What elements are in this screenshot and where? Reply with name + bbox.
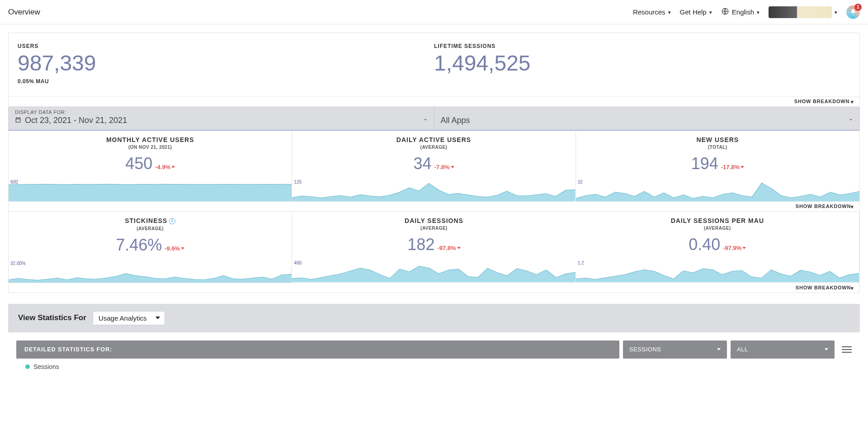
kpi-breakdown-row[interactable]: SHOW BREAKDOWN▾ — [9, 202, 859, 212]
kpi-value: 7.46% — [116, 236, 162, 255]
kpi-title: DAILY SESSIONS PER MAU — [580, 217, 855, 224]
caret-down-icon — [451, 166, 454, 168]
kpi-subtitle: (AVERAGE) — [296, 145, 571, 150]
date-range-picker[interactable]: DISPLAY DATA FOR: Oct 23, 2021 - Nov 21,… — [9, 107, 434, 130]
kpi-sparkline: 32 — [576, 179, 859, 201]
kpi-delta: -97.8% — [437, 245, 460, 251]
chevron-down-icon: ▾ — [851, 204, 854, 209]
chevron-down-icon: ⌄ — [423, 115, 428, 122]
kpi-ymax-label: 120 — [294, 180, 302, 184]
legend-dot-icon — [25, 364, 30, 369]
kpi-grid: MONTHLY ACTIVE USERS (ON NOV 21, 2021) 4… — [8, 130, 860, 293]
caret-down-icon — [181, 247, 184, 250]
totals-card: USERS 987,339 0.05% MAU LIFETIME SESSION… — [8, 33, 860, 107]
apps-picker[interactable]: All Apps ⌄ — [434, 107, 860, 130]
kpi-sparkline: 1.2 — [576, 260, 859, 282]
kpi-sparkline: 600 — [9, 179, 292, 201]
notifications-button[interactable]: 1 — [846, 5, 860, 19]
resources-label: Resources — [633, 8, 665, 16]
total-users-sub: 0.05% MAU — [18, 78, 434, 85]
details-header: DETAILED STATISTICS FOR: SESSIONS ALL — [16, 340, 852, 359]
kpi-ymax-label: 32.00% — [10, 261, 26, 266]
get-help-menu[interactable]: Get Help ▾ — [680, 8, 712, 16]
kpi-delta: -17.8% — [721, 164, 744, 170]
totals-show-breakdown[interactable]: SHOW BREAKDOWN▾ — [9, 96, 859, 106]
total-sessions-block: LIFETIME SESSIONS 1,494,525 — [434, 43, 850, 85]
kpi-breakdown-row[interactable]: SHOW BREAKDOWN▾ — [9, 283, 859, 293]
notification-badge: 1 — [854, 4, 862, 11]
statistics-type-select[interactable]: Usage Analytics — [93, 311, 165, 325]
kpi-delta: -4.9% — [155, 164, 175, 170]
details-scope-value: ALL — [737, 346, 748, 353]
details-scope-select[interactable]: ALL — [731, 340, 835, 359]
date-range-value: Oct 23, 2021 - Nov 21, 2021 — [25, 116, 127, 125]
caret-down-icon — [171, 166, 175, 168]
kpi-title: DAILY ACTIVE USERS — [296, 136, 571, 143]
kpi-card[interactable]: DAILY SESSIONS PER MAU (AVERAGE) 0.40 -9… — [576, 212, 859, 283]
account-chip — [769, 6, 832, 18]
kpi-value: 194 — [691, 154, 718, 173]
total-users-label: USERS — [18, 43, 434, 49]
statistics-type-value: Usage Analytics — [99, 314, 147, 322]
kpi-card[interactable]: DAILY SESSIONS (AVERAGE) 182 -97.8% 480 — [292, 212, 576, 283]
chevron-down-icon: ▾ — [851, 285, 854, 291]
kpi-ymax-label: 32 — [578, 180, 583, 184]
kpi-sparkline: 32.00% — [9, 260, 292, 283]
chart-legend: Sessions — [25, 363, 860, 370]
kpi-sparkline: 480 — [292, 260, 576, 282]
kpi-sparkline: 120 — [292, 179, 575, 201]
language-label: English — [732, 8, 754, 16]
kpi-card[interactable]: STICKINESSi (AVERAGE) 7.46% -9.6% 32.00% — [9, 212, 292, 283]
get-help-label: Get Help — [680, 8, 707, 16]
total-sessions-label: LIFETIME SESSIONS — [434, 43, 850, 49]
caret-down-icon — [457, 247, 461, 249]
chart-options-icon[interactable] — [842, 346, 852, 353]
detailed-statistics-label: DETAILED STATISTICS FOR: — [16, 340, 619, 359]
kpi-title: MONTHLY ACTIVE USERS — [12, 136, 288, 143]
total-sessions-value: 1,494,525 — [434, 52, 850, 75]
caret-down-icon — [825, 348, 828, 350]
kpi-value: 450 — [125, 154, 152, 173]
kpi-title: DAILY SESSIONS — [296, 217, 572, 224]
kpi-card[interactable]: DAILY ACTIVE USERS (AVERAGE) 34 -7.8% 12… — [292, 131, 576, 202]
apps-value: All Apps — [441, 116, 470, 125]
view-statistics-bar: View Statistics For Usage Analytics — [8, 304, 860, 332]
kpi-card[interactable]: NEW USERS (TOTAL) 194 -17.8% 32 — [576, 131, 859, 202]
details-metric-select[interactable]: SESSIONS — [623, 340, 727, 359]
kpi-subtitle: (TOTAL) — [580, 145, 856, 150]
kpi-title: NEW USERS — [580, 136, 856, 143]
kpi-subtitle: (AVERAGE) — [580, 226, 855, 231]
account-menu[interactable]: ▾ — [769, 6, 837, 18]
info-icon: i — [169, 218, 175, 224]
chevron-down-icon: ▾ — [757, 9, 760, 15]
kpi-card[interactable]: MONTHLY ACTIVE USERS (ON NOV 21, 2021) 4… — [9, 131, 292, 202]
show-breakdown-label: SHOW BREAKDOWN — [794, 99, 849, 104]
date-range-label: DISPLAY DATA FOR: — [15, 109, 428, 115]
globe-icon — [721, 7, 729, 17]
caret-down-icon — [717, 348, 721, 350]
view-statistics-label: View Statistics For — [18, 313, 86, 322]
caret-down-icon — [742, 247, 746, 249]
kpi-value: 34 — [413, 154, 431, 173]
resources-menu[interactable]: Resources ▾ — [633, 8, 671, 16]
kpi-ymax-label: 600 — [10, 180, 18, 184]
kpi-subtitle: (AVERAGE) — [12, 226, 288, 231]
kpi-subtitle: (AVERAGE) — [296, 226, 572, 231]
kpi-ymax-label: 480 — [294, 260, 302, 265]
total-users-value: 987,339 — [18, 52, 434, 75]
kpi-delta: -9.6% — [165, 245, 184, 252]
legend-item-sessions: Sessions — [33, 363, 59, 370]
kpi-ymax-label: 1.2 — [578, 260, 584, 265]
kpi-value: 182 — [407, 235, 434, 254]
chevron-down-icon: ⌄ — [849, 115, 853, 122]
total-users-block: USERS 987,339 0.05% MAU — [18, 43, 434, 85]
kpi-delta: -97.9% — [723, 245, 746, 251]
topbar: Overview Resources ▾ Get Help ▾ English … — [0, 0, 868, 24]
kpi-title: STICKINESSi — [12, 217, 288, 225]
chevron-down-icon: ▾ — [668, 9, 671, 15]
filter-bar: DISPLAY DATA FOR: Oct 23, 2021 - Nov 21,… — [8, 107, 860, 130]
chevron-down-icon: ▾ — [851, 99, 854, 104]
language-menu[interactable]: English ▾ — [721, 7, 760, 17]
kpi-delta: -7.8% — [434, 164, 454, 170]
page-title: Overview — [8, 8, 40, 17]
